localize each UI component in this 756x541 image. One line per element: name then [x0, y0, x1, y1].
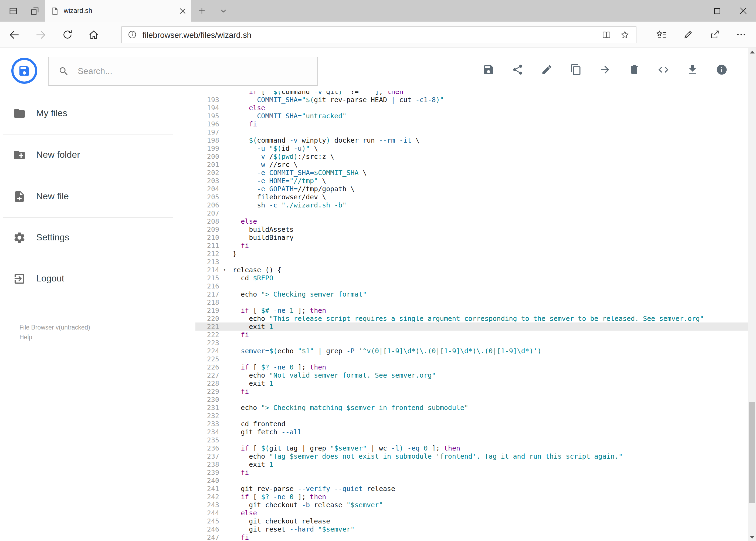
tabs-layout-button[interactable]: [2, 0, 24, 22]
code-line[interactable]: 206 sh -c "./wizard.sh -b": [195, 201, 748, 209]
tab-list-button[interactable]: [213, 0, 234, 22]
sidebar-item-logout[interactable]: Logout: [0, 266, 195, 292]
fold-arrow-icon[interactable]: ▾: [221, 266, 228, 274]
code-line[interactable]: 204 -e GOPATH=//tmp/gopath \: [195, 185, 748, 193]
code-line[interactable]: 210 buildBinary: [195, 234, 748, 242]
raw-code-button[interactable]: [648, 55, 678, 84]
url-text[interactable]: filebrowser.web/files/wizard.sh: [142, 30, 597, 39]
address-bar[interactable]: filebrowser.web/files/wizard.sh: [122, 26, 636, 43]
code-line[interactable]: 228 exit 1: [195, 379, 748, 387]
code-line[interactable]: 219 if [ $# -ne 1 ]; then: [195, 306, 748, 314]
browser-tab[interactable]: wizard.sh: [45, 0, 191, 22]
code-line[interactable]: 209 buildAssets: [195, 225, 748, 234]
code-line[interactable]: 227 echo "Not valid semver format. See s…: [195, 371, 748, 379]
code-line[interactable]: 245 git checkout release: [195, 517, 748, 525]
sidebar-item-new-file[interactable]: New file: [0, 184, 195, 210]
code-line[interactable]: 240: [195, 476, 748, 485]
hub-button[interactable]: [648, 22, 675, 48]
help-link[interactable]: Help: [19, 332, 90, 342]
code-line[interactable]: 216: [195, 282, 748, 290]
code-line[interactable]: 232: [195, 412, 748, 420]
code-line[interactable]: 203 -e HOME="//tmp" \: [195, 177, 748, 185]
code-line[interactable]: 244 else: [195, 509, 748, 517]
code-line[interactable]: 222 fi: [195, 330, 748, 339]
code-line[interactable]: 201 -w //src \: [195, 161, 748, 169]
code-line[interactable]: 247 fi: [195, 533, 748, 541]
code-line[interactable]: 211 fi: [195, 242, 748, 250]
scroll-down-arrow[interactable]: [748, 533, 756, 541]
code-line[interactable]: 236 if [ $(git tag | grep "$semver" | wc…: [195, 444, 748, 452]
code-line[interactable]: 234 git fetch --all: [195, 428, 748, 436]
code-line[interactable]: if [ "$(command -v git)" != "" ]; then: [195, 91, 748, 96]
maximize-button[interactable]: [704, 0, 730, 22]
forward-button[interactable]: [28, 22, 54, 48]
code-line[interactable]: 225: [195, 355, 748, 363]
sidebar-item-settings[interactable]: Settings: [0, 225, 195, 251]
code-line[interactable]: 195 COMMIT_SHA="untracked": [195, 112, 748, 120]
share-file-button[interactable]: [503, 55, 532, 84]
scrollbar-thumb[interactable]: [749, 402, 755, 503]
back-button[interactable]: [1, 22, 28, 48]
move-button[interactable]: [590, 55, 620, 84]
code-line[interactable]: 231 echo "> Checking matching $semver in…: [195, 403, 748, 412]
code-line[interactable]: 246 git reset --hard "$semver": [195, 525, 748, 533]
search-box[interactable]: [48, 57, 318, 86]
code-line[interactable]: 241 git rev-parse --verify --quiet relea…: [195, 485, 748, 493]
web-note-button[interactable]: [675, 22, 701, 48]
code-line[interactable]: 212}: [195, 250, 748, 258]
minimize-button[interactable]: [678, 0, 704, 22]
page-scrollbar[interactable]: [748, 48, 756, 541]
code-line[interactable]: 202 -e COMMIT_SHA=$COMMIT_SHA \: [195, 169, 748, 177]
rename-button[interactable]: [532, 55, 561, 84]
code-line[interactable]: 196 fi: [195, 120, 748, 128]
code-line[interactable]: 230: [195, 395, 748, 403]
code-line[interactable]: 197: [195, 128, 748, 136]
code-line[interactable]: 239 fi: [195, 468, 748, 476]
code-editor[interactable]: if [ "$(command -v git)" != "" ]; then19…: [195, 91, 748, 541]
code-line[interactable]: 243 git checkout -b release "$semver": [195, 501, 748, 509]
close-window-button[interactable]: [730, 0, 756, 22]
code-line[interactable]: 213: [195, 258, 748, 266]
code-line[interactable]: 205 filebrowser/dev \: [195, 193, 748, 201]
code-line[interactable]: 193 COMMIT_SHA="$(git rev-parse HEAD | c…: [195, 96, 748, 104]
code-line[interactable]: 214▾release () {: [195, 266, 748, 274]
scroll-up-arrow[interactable]: [748, 48, 756, 56]
share-button[interactable]: [701, 22, 728, 48]
delete-button[interactable]: [620, 55, 648, 84]
more-menu-button[interactable]: [728, 22, 754, 48]
reading-view-button[interactable]: [597, 27, 616, 42]
set-tabs-aside-button[interactable]: [24, 0, 45, 22]
code-line[interactable]: 224 semver=$(echo "$1" | grep -P '^v(0|[…: [195, 347, 748, 355]
code-line[interactable]: 217 echo "> Checking semver format": [195, 290, 748, 298]
copy-button[interactable]: [561, 55, 590, 84]
add-favorite-button[interactable]: [616, 27, 634, 42]
code-line[interactable]: 215 cd $REPO: [195, 274, 748, 282]
code-line[interactable]: 221 exit 1: [195, 322, 748, 330]
code-line[interactable]: 223: [195, 339, 748, 347]
code-line[interactable]: 237 echo "Tag $semver does not exist in …: [195, 452, 748, 460]
sidebar-item-my-files[interactable]: My files: [0, 101, 195, 126]
download-button[interactable]: [678, 55, 707, 84]
code-line[interactable]: 199 -u "$(id -u)" \: [195, 144, 748, 152]
code-line[interactable]: 207: [195, 209, 748, 217]
code-line[interactable]: 208 else: [195, 217, 748, 225]
code-line[interactable]: 194 else: [195, 104, 748, 112]
home-button[interactable]: [81, 22, 107, 48]
code-line[interactable]: 229 fi: [195, 387, 748, 395]
code-line[interactable]: 218: [195, 298, 748, 306]
search-input[interactable]: [77, 66, 317, 77]
code-line[interactable]: 226 if [ $? -ne 0 ]; then: [195, 363, 748, 371]
tab-close-icon[interactable]: [180, 8, 186, 14]
info-button[interactable]: [707, 55, 736, 84]
page-info-icon[interactable]: [127, 30, 137, 39]
code-line[interactable]: 220 echo "This release script requires a…: [195, 314, 748, 322]
code-line[interactable]: 198 $(command -v winpty) docker run --rm…: [195, 136, 748, 144]
sidebar-item-new-folder[interactable]: New folder: [0, 142, 195, 168]
app-logo[interactable]: [11, 57, 38, 84]
code-line[interactable]: 235: [195, 436, 748, 444]
code-line[interactable]: 242 if [ $? -ne 0 ]; then: [195, 493, 748, 501]
code-line[interactable]: 238 exit 1: [195, 460, 748, 468]
new-tab-button[interactable]: [191, 0, 213, 22]
code-line[interactable]: 233 cd frontend: [195, 420, 748, 428]
code-line[interactable]: 200 -v /$(pwd):/src:z \: [195, 152, 748, 161]
